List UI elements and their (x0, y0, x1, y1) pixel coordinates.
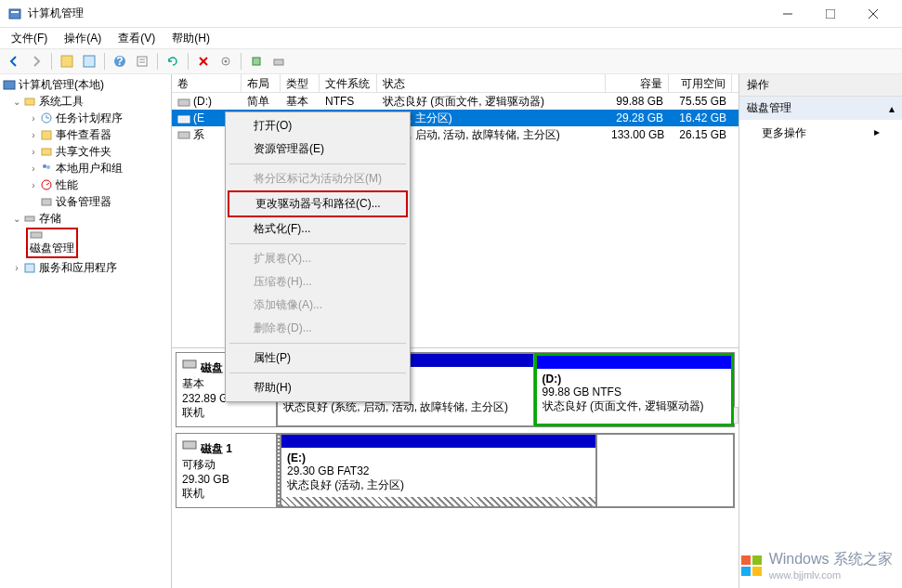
back-button[interactable] (4, 51, 24, 72)
svg-rect-17 (253, 58, 260, 65)
menu-file[interactable]: 文件(F) (4, 29, 55, 48)
tree-storage[interactable]: ⌄ 存储 (0, 210, 171, 227)
unallocated-space[interactable] (596, 434, 734, 507)
svg-point-26 (43, 164, 46, 168)
tree-shared[interactable]: › 共享文件夹 (0, 143, 171, 160)
svg-rect-37 (183, 360, 196, 368)
actions-section[interactable]: 磁盘管理 ▴ (739, 97, 902, 120)
tree-systools-label: 系统工具 (39, 94, 84, 110)
view-icon2[interactable] (79, 51, 99, 72)
tree-root[interactable]: 计算机管理(本地) (0, 76, 171, 93)
disk-1-info[interactable]: 磁盘 1 可移动 29.30 GB 联机 (176, 434, 277, 507)
expand-icon[interactable]: › (11, 263, 22, 273)
expand-icon[interactable]: › (28, 163, 39, 174)
svg-rect-35 (178, 116, 190, 123)
col-type[interactable]: 类型 (281, 74, 320, 92)
menu-action[interactable]: 操作(A) (57, 29, 109, 48)
tree-devmgr[interactable]: 设备管理器 (0, 193, 171, 210)
svg-rect-6 (61, 56, 72, 67)
tree-task[interactable]: › 任务计划程序 (0, 110, 171, 126)
ctx-change-letter[interactable]: 更改驱动器号和路径(C)... (229, 192, 406, 216)
tree-systools[interactable]: ⌄ 系统工具 (0, 93, 171, 110)
properties-icon[interactable] (132, 51, 152, 72)
svg-rect-40 (752, 555, 762, 565)
svg-text:?: ? (116, 55, 123, 68)
ctx-format[interactable]: 格式化(F)... (228, 217, 408, 241)
svg-rect-24 (42, 131, 51, 139)
expand-icon[interactable]: › (28, 147, 39, 157)
chevron-right-icon: ▸ (874, 125, 880, 138)
ctx-help[interactable]: 帮助(H) (228, 376, 408, 399)
toolbar: ? (0, 48, 902, 74)
help-icon[interactable]: ? (110, 51, 130, 72)
col-status[interactable]: 状态 (377, 74, 606, 92)
disk-icon-tool[interactable] (268, 51, 289, 72)
app-icon (7, 7, 22, 21)
watermark-brand: Windows 系统之家 (769, 550, 893, 569)
tree-diskmgmt-label: 磁盘管理 (30, 242, 74, 255)
ctx-delete: 删除卷(D)... (228, 317, 408, 340)
view-icon1[interactable] (57, 51, 77, 72)
ctx-properties[interactable]: 属性(P) (228, 346, 408, 370)
volume-header: 卷 布局 类型 文件系统 状态 容量 可用空间 (172, 74, 739, 93)
tree-users[interactable]: › 本地用户和组 (0, 160, 171, 176)
ctx-open[interactable]: 打开(O) (228, 114, 408, 137)
watermark-url: www.bjjmlv.com (769, 569, 893, 581)
tree-event[interactable]: › 事件查看器 (0, 126, 171, 143)
actions-more[interactable]: 更多操作 ▸ (739, 120, 902, 147)
tree-diskmgmt[interactable]: 磁盘管理 (26, 228, 78, 258)
col-capacity[interactable]: 容量 (606, 74, 669, 92)
volume-row[interactable]: (D:) 简单 基本 NTFS 状态良好 (页面文件, 逻辑驱动器) 99.88… (172, 93, 739, 110)
watermark: Windows 系统之家 www.bjjmlv.com (739, 550, 893, 581)
actions-header: 操作 (739, 74, 902, 97)
svg-rect-30 (42, 199, 51, 205)
forward-button[interactable] (26, 51, 46, 72)
svg-rect-3 (826, 9, 835, 19)
svg-rect-31 (25, 216, 34, 221)
settings-icon[interactable] (216, 51, 236, 72)
col-layout[interactable]: 布局 (242, 74, 281, 92)
menu-help[interactable]: 帮助(H) (164, 29, 217, 48)
tree-services-label: 服务和应用程序 (39, 260, 117, 276)
ctx-mark-active: 将分区标记为活动分区(M) (228, 167, 408, 190)
collapse-icon[interactable]: ⌄ (11, 214, 22, 224)
svg-rect-0 (9, 9, 20, 19)
delete-icon[interactable] (193, 51, 214, 72)
maximize-button[interactable] (809, 0, 852, 28)
col-fs[interactable]: 文件系统 (320, 74, 377, 92)
expand-icon[interactable]: › (28, 130, 39, 140)
context-menu: 打开(O) 资源管理器(E) 将分区标记为活动分区(M) 更改驱动器号和路径(C… (225, 111, 411, 402)
menu-view[interactable]: 查看(V) (111, 29, 163, 48)
tree-task-label: 任务计划程序 (56, 111, 123, 126)
svg-rect-34 (178, 99, 190, 106)
expand-icon[interactable]: › (28, 113, 39, 124)
close-button[interactable] (852, 0, 895, 28)
svg-rect-38 (183, 441, 196, 449)
partition-e[interactable]: (E:) 29.30 GB FAT32 状态良好 (活动, 主分区) (281, 434, 596, 507)
partition-d[interactable]: (D:) 99.88 GB NTFS 状态良好 (页面文件, 逻辑驱动器) (534, 353, 734, 426)
svg-rect-41 (741, 567, 751, 576)
svg-rect-1 (11, 11, 19, 13)
col-vol[interactable]: 卷 (172, 74, 242, 92)
tree-perf[interactable]: › 性能 (0, 176, 171, 193)
ctx-mirror: 添加镜像(A)... (228, 294, 408, 317)
svg-point-16 (225, 60, 228, 63)
tree-storage-label: 存储 (39, 211, 61, 227)
svg-rect-10 (137, 57, 147, 66)
svg-rect-42 (752, 567, 762, 576)
tree-services[interactable]: › 服务和应用程序 (0, 259, 171, 276)
refresh-icon[interactable] (163, 51, 183, 72)
svg-rect-32 (31, 232, 42, 238)
col-free[interactable]: 可用空间 (669, 74, 732, 92)
tree-perf-label: 性能 (56, 177, 78, 193)
svg-rect-20 (25, 98, 34, 105)
collapse-icon[interactable]: ⌄ (11, 97, 22, 107)
new-icon[interactable] (246, 51, 267, 72)
svg-rect-36 (178, 132, 190, 138)
expand-icon[interactable]: › (28, 180, 39, 190)
svg-rect-19 (4, 81, 15, 89)
minimize-button[interactable] (766, 0, 809, 28)
navigation-tree: 计算机管理(本地) ⌄ 系统工具 › 任务计划程序 › 事件查看器 › 共享文件… (0, 74, 172, 588)
ctx-shrink: 压缩卷(H)... (228, 270, 408, 294)
ctx-explorer[interactable]: 资源管理器(E) (228, 137, 408, 161)
